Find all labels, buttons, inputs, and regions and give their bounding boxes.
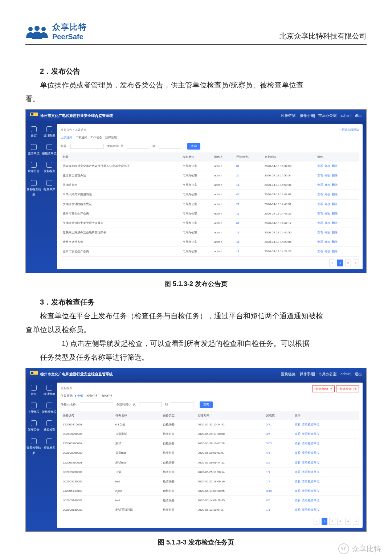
row-action[interactable]: 查看检查单位 [302,508,319,511]
row-action[interactable]: 查看 [317,240,323,244]
sidebar-item-result[interactable]: 查看检查结果 [26,177,41,200]
row-action[interactable]: 修改 [324,231,330,234]
row-action[interactable]: 删除 [332,221,338,225]
tab-law[interactable]: 法律法规 [105,136,117,139]
row-action[interactable]: 删除 [332,212,338,215]
row-action[interactable]: 查看检查单位 [302,423,319,426]
tab-upper-notice[interactable]: 上级通知 [61,136,72,139]
table-row[interactable]: 文物建筑消防安全管理十项规定市局办公室admin612020-04-13 14:… [61,218,359,228]
row-action[interactable]: 查看检查单位 [302,470,319,474]
page-4[interactable]: 4 [345,518,351,525]
table-row[interactable]: JC2005140001test检查任务2020-05-14 09:28:350… [61,496,359,505]
row-action[interactable]: 查看 [295,423,301,426]
row-action[interactable]: 查看 [317,212,323,215]
table-row[interactable]: JC2005290004日常测试检查任务2020-05-29 17:20:083… [61,429,359,438]
date-from-input[interactable] [139,402,162,407]
row-action[interactable]: 查看检查单位 [302,480,319,483]
row-action[interactable]: 查看检查单位 [302,461,319,464]
row-action[interactable]: 删除 [332,183,338,187]
row-action[interactable]: 查看检查单位 [302,442,319,445]
page-prev[interactable]: < [329,260,335,266]
table-row[interactable]: JC2005290002日常test检查任务2020-05-29 09:51:0… [61,448,359,458]
row-action[interactable]: 查看 [295,442,301,445]
row-action[interactable]: 查看 [317,174,323,177]
table-row[interactable]: 徐州市安全生产条例市局办公室admin112020-04-13 14:28:23… [61,247,359,256]
sidebar-item-home[interactable]: 首页 [26,382,41,400]
table-row[interactable]: 徐州市安全生产条例市局办公室admin112020-04-13 14:47:35… [61,209,359,218]
row-action[interactable]: 查看检查单位 [302,451,319,454]
row-action[interactable]: 查看 [317,193,323,196]
type-all[interactable]: ● 全部 [75,394,83,397]
date-from-input[interactable] [127,144,149,149]
row-action[interactable]: 查看 [317,231,323,234]
row-action[interactable]: 查看 [295,508,301,511]
table-row[interactable]: ZJ2005290001测试test自检任务2020-05-29 09:44:1… [61,458,359,467]
page-1[interactable]: 1 [322,518,327,525]
sidebar-item-publish[interactable]: 发布公告 [26,159,41,177]
type-self[interactable]: 自检任务 [101,394,113,397]
row-action[interactable]: 查看 [295,480,301,483]
date-to-input[interactable] [159,144,181,149]
table-row[interactable]: JC2005250001日常检查任务2020-05-25 11:58:141/1… [61,467,359,477]
taskno-input[interactable] [80,402,113,407]
page-next[interactable]: > [353,518,359,525]
table-row[interactable]: JC2005130003测试置顶问题检查任务2020-05-13 18:04:2… [61,505,359,515]
row-action[interactable]: 修改 [324,183,330,187]
sidebar-item-mgr-unit[interactable]: 主管单位 [26,141,41,159]
query-button[interactable]: 查询 [187,143,200,149]
row-action[interactable]: 查看检查单位 [302,499,319,502]
row-action[interactable]: 查看 [317,183,323,187]
row-action[interactable]: 修改 [324,164,330,168]
add-notice-button[interactable]: + 新建上级通知 [339,127,359,132]
row-action[interactable]: 删除 [332,240,338,244]
date-to-input[interactable] [171,402,193,407]
row-action[interactable]: 修改 [324,221,330,225]
title-input[interactable] [70,144,104,149]
sidebar-item-checked-unit[interactable]: 被检查单位 [41,141,57,159]
row-action[interactable]: 删除 [332,193,338,196]
row-action[interactable]: 修改 [324,174,330,177]
sidebar-item-stats[interactable]: 统计数据 [41,382,57,400]
table-row[interactable]: 国家级非物质文化遗产代表性传承人认定与管理办法市局办公室admin012020-… [61,162,359,171]
row-action[interactable]: 修改 [324,250,330,253]
page-2[interactable]: 2 [329,518,335,525]
row-action[interactable]: 查看检查单位 [302,489,319,493]
row-action[interactable]: 查看 [295,432,301,436]
row-action[interactable]: 查看检查单位 [302,432,319,436]
table-row[interactable]: 互联网上网服务营业场所管理条例市局办公室admin112020-04-13 14… [61,228,359,237]
page-prev[interactable]: < [314,518,320,525]
row-action[interactable]: 删除 [332,164,338,168]
row-action[interactable]: 查看 [295,489,301,493]
row-action[interactable]: 修改 [324,240,330,244]
row-action[interactable]: 查看 [295,470,301,474]
page-3[interactable]: 3 [337,518,343,525]
row-action[interactable]: 删除 [332,250,338,253]
sidebar-item-checked-unit[interactable]: 被检查单位 [41,400,57,417]
table-row[interactable]: ZJ2005290003测试自检任务2020-05-29 10:02:285/6… [61,439,359,448]
sidebar-item-mgr-unit[interactable]: 主管单位 [26,400,41,417]
table-row[interactable]: 旅游安全管理办法市局办公室admin222020-04-13 14:50:54查… [61,171,359,180]
table-row[interactable]: ZJ2005140002zijian自检任务2020-05-14 09:28:5… [61,486,359,496]
sidebar-item-result[interactable]: 查看检查结果 [26,436,41,459]
row-action[interactable]: 修改 [324,193,330,196]
tab-daily-notice[interactable]: 日常通知 [75,136,87,139]
row-action[interactable]: 查看 [295,461,301,464]
query-button[interactable]: 查询 [200,401,213,408]
row-action[interactable]: 删除 [332,231,338,234]
sidebar-item-lib[interactable]: 检查单库 [41,177,57,200]
table-row[interactable]: 徐州市旅游条例市局办公室admin412020-04-13 14:29:05查看… [61,237,359,247]
page-1[interactable]: 1 [337,260,343,266]
table-row[interactable]: 文物建筑消防检查要点市局办公室admin212020-04-13 14:48:5… [61,199,359,209]
sidebar-item-publish[interactable]: 发布公告 [26,417,41,435]
page-next[interactable]: > [353,260,359,266]
type-check[interactable]: 检查任务 [86,394,98,397]
table-row[interactable]: 中华人民共和国消防法市局办公室admin432020-04-13 14:49:0… [61,190,359,199]
row-action[interactable]: 查看 [317,164,323,168]
row-action[interactable]: 删除 [332,174,338,177]
table-row[interactable]: ZJ20053100016.1自检自检任务2020-05-31 15:54:51… [61,420,359,429]
row-action[interactable]: 删除 [332,203,338,206]
row-action[interactable]: 查看 [317,221,323,225]
row-action[interactable]: 修改 [324,212,330,215]
page-2[interactable]: 2 [345,260,351,266]
row-action[interactable]: 查看 [317,203,323,206]
